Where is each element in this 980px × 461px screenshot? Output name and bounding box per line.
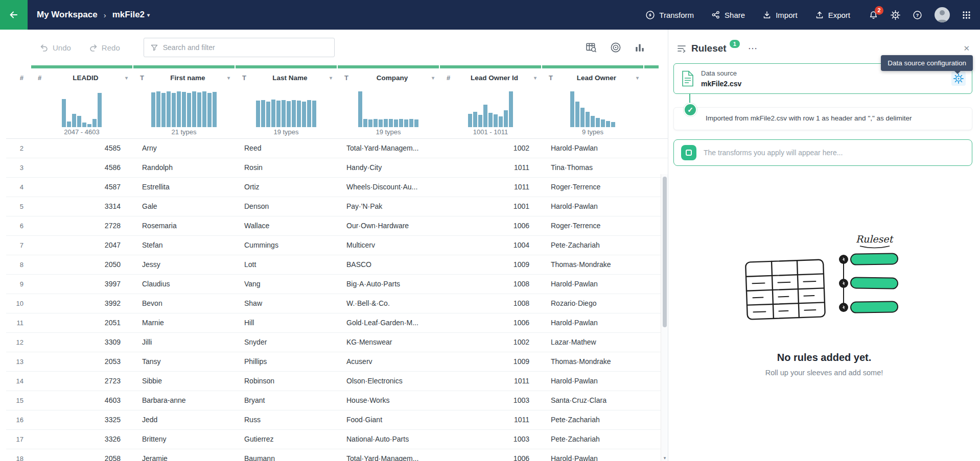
column-menu-caret-icon[interactable]: ▾ (227, 75, 230, 81)
column-menu-caret-icon[interactable]: ▾ (636, 75, 639, 81)
table-cell[interactable]: Gale (133, 197, 235, 216)
user-avatar[interactable] (935, 7, 950, 22)
table-cell[interactable]: Snyder (235, 333, 337, 352)
table-cell[interactable]: Wallace (235, 216, 337, 235)
table-cell[interactable]: Tansy (133, 352, 235, 371)
back-button[interactable] (0, 0, 28, 30)
column-stats-icon[interactable] (634, 42, 645, 53)
table-cell[interactable]: 1001 (439, 197, 542, 216)
table-cell[interactable]: Phillips (235, 352, 337, 371)
table-cell[interactable]: Wheels·Discount·Au... (337, 178, 439, 197)
column-histogram[interactable] (337, 87, 439, 127)
table-row[interactable]: 142723SibbieRobinsonOlson·Electronics101… (6, 372, 668, 391)
table-cell[interactable]: Rosin (235, 158, 337, 177)
table-cell[interactable]: Harold·Pawlan (542, 449, 644, 461)
table-cell[interactable]: 3992 (31, 294, 133, 313)
target-icon[interactable] (610, 41, 622, 54)
table-cell[interactable]: Harold·Pawlan (542, 372, 644, 391)
table-cell[interactable]: Cummings (235, 236, 337, 255)
table-cell[interactable]: Tina·Thomas (542, 158, 644, 177)
more-options-icon[interactable]: ⋯ (748, 46, 759, 51)
table-cell[interactable]: KG·Menswear (337, 333, 439, 352)
table-cell[interactable]: 4603 (31, 391, 133, 410)
table-cell[interactable]: Harold·Pawlan (542, 139, 644, 158)
table-cell[interactable]: Robinson (235, 372, 337, 391)
table-cell[interactable]: Russ (235, 410, 337, 429)
column-menu-caret-icon[interactable]: ▾ (330, 75, 332, 81)
table-cell[interactable]: Reed (235, 139, 337, 158)
table-cell[interactable]: Thomas·Mondrake (542, 352, 644, 371)
table-row[interactable]: 173326BrittenyGutierrezNational·Auto·Par… (6, 430, 668, 449)
table-row[interactable]: 103992BevonShawW.·Bell·&·Co.1008Rozario·… (6, 294, 668, 313)
table-cell[interactable]: Barbara-anne (133, 391, 235, 410)
table-cell[interactable]: Olson·Electronics (337, 372, 439, 391)
table-cell[interactable]: Gutierrez (235, 430, 337, 449)
column-header-lead-owner-id[interactable]: #Lead Owner Id▾1001 - 1011 (439, 65, 542, 138)
table-row[interactable]: 72047StefanCummingsMulticerv1004Pete·Zac… (6, 236, 668, 255)
table-cell[interactable]: Lazar·Mathew (542, 333, 644, 352)
table-row[interactable]: 123309JilliSnyderKG·Menswear1002Lazar·Ma… (6, 333, 668, 352)
column-histogram[interactable] (235, 87, 337, 127)
table-row[interactable]: 82050JessyLottBASCO1009Thomas·Mondrake (6, 255, 668, 275)
export-button[interactable]: Export (815, 10, 850, 19)
table-cell[interactable]: 1011 (439, 410, 542, 429)
table-cell[interactable]: 2050 (31, 255, 133, 274)
table-cell[interactable]: 2723 (31, 372, 133, 391)
table-cell[interactable]: 3309 (31, 333, 133, 352)
table-cell[interactable]: 4587 (31, 178, 133, 197)
table-search-icon[interactable] (585, 41, 597, 54)
table-cell[interactable]: Total·Yard·Managem... (337, 139, 439, 158)
table-cell[interactable]: Multicerv (337, 236, 439, 255)
table-cell[interactable]: Pay·'N·Pak (337, 197, 439, 216)
close-panel-icon[interactable]: ✕ (963, 44, 970, 53)
table-cell[interactable]: 1004 (439, 236, 542, 255)
table-cell[interactable]: 1008 (439, 275, 542, 294)
table-cell[interactable]: 1003 (439, 430, 542, 449)
table-cell[interactable]: Pete·Zachariah (542, 236, 644, 255)
transform-button[interactable]: Transform (645, 10, 694, 20)
table-cell[interactable]: 3314 (31, 197, 133, 216)
table-cell[interactable]: Harold·Pawlan (542, 313, 644, 332)
vertical-scrollbar[interactable]: ▾ (661, 174, 668, 461)
table-cell[interactable]: Jessy (133, 255, 235, 274)
table-cell[interactable]: 1006 (439, 216, 542, 235)
undo-button[interactable]: Undo (39, 43, 71, 53)
table-cell[interactable]: National·Auto·Parts (337, 430, 439, 449)
table-row[interactable]: 132053TansyPhillipsAcuserv1009Thomas·Mon… (6, 352, 668, 372)
table-cell[interactable]: Handy·City (337, 158, 439, 177)
table-cell[interactable]: Lott (235, 255, 337, 274)
table-cell[interactable]: Denson (235, 197, 337, 216)
table-cell[interactable]: Ortiz (235, 178, 337, 197)
table-row[interactable]: 53314GaleDensonPay·'N·Pak1001Harold·Pawl… (6, 197, 668, 216)
table-cell[interactable]: Harold·Pawlan (542, 275, 644, 294)
redo-button[interactable]: Redo (88, 43, 120, 53)
table-cell[interactable]: 1002 (439, 139, 542, 158)
table-cell[interactable]: 1008 (439, 294, 542, 313)
column-menu-caret-icon[interactable]: ▾ (432, 75, 434, 81)
table-cell[interactable]: Hill (235, 313, 337, 332)
table-cell[interactable]: 4585 (31, 139, 133, 158)
table-row[interactable]: 34586RandolphRosinHandy·City1011Tina·Tho… (6, 158, 668, 178)
table-cell[interactable]: 1011 (439, 178, 542, 197)
table-cell[interactable]: Claudius (133, 275, 235, 294)
table-cell[interactable]: House·Works (337, 391, 439, 410)
table-cell[interactable]: Stefan (133, 236, 235, 255)
table-cell[interactable]: 2728 (31, 216, 133, 235)
table-row[interactable]: 93997ClaudiusVangBig·A·Auto·Parts1008Har… (6, 275, 668, 294)
table-cell[interactable]: Roger·Terrence (542, 216, 644, 235)
table-row[interactable]: 112051MarnieHillGold·Leaf·Garden·M...100… (6, 313, 668, 333)
column-header-first-name[interactable]: TFirst name▾21 types (133, 65, 235, 138)
table-cell[interactable]: Estrellita (133, 178, 235, 197)
table-cell[interactable]: Vang (235, 275, 337, 294)
table-cell[interactable]: 4586 (31, 158, 133, 177)
table-row[interactable]: 62728RosemariaWallaceOur·Own·Hardware100… (6, 216, 668, 236)
table-cell[interactable]: 1006 (439, 449, 542, 461)
table-cell[interactable]: Randolph (133, 158, 235, 177)
column-histogram[interactable] (439, 87, 542, 127)
scroll-down-arrow-icon[interactable]: ▾ (661, 455, 668, 460)
table-cell[interactable]: Jeramie (133, 449, 235, 461)
table-cell[interactable]: Thomas·Mondrake (542, 255, 644, 274)
table-row[interactable]: 182058JeramieBaumannTotal·Yard·Managem..… (6, 449, 668, 461)
table-cell[interactable]: Rozario·Diego (542, 294, 644, 313)
scrollbar-thumb[interactable] (663, 177, 667, 327)
